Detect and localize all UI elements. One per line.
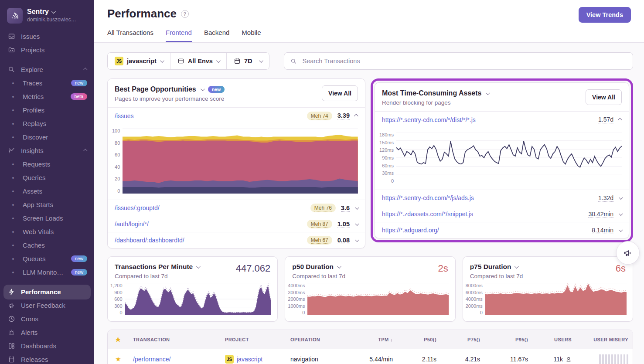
chevron-down-icon[interactable]	[355, 238, 359, 242]
axis-tick: 6000ms	[466, 290, 483, 295]
asset-link[interactable]: https://*.zdassets.com/*/snippet.js	[382, 211, 473, 218]
project-link[interactable]: javascript	[237, 356, 262, 363]
sidebar-item-performance[interactable]: Performance	[0, 285, 94, 299]
page-link[interactable]: /issues/:groupId/	[115, 204, 160, 211]
bullet-icon: •	[9, 228, 17, 235]
axis-tick: 4000ms	[288, 283, 305, 288]
axis-tick: 8000ms	[466, 283, 483, 288]
sidebar-item-discover[interactable]: • Discover	[0, 130, 94, 144]
sidebar-item-metrics[interactable]: • Metrics beta	[0, 90, 94, 103]
chevron-down-icon[interactable]	[619, 211, 623, 216]
asset-row[interactable]: https://*.adguard.org/ 8.14min	[375, 222, 629, 238]
p50-title-dropdown[interactable]: p50 Duration	[292, 263, 345, 271]
asset-link[interactable]: https://*.sentry-cdn.com/*/dist/*/*.js	[382, 116, 476, 123]
tab-backend[interactable]: Backend	[204, 29, 229, 42]
star-column-header[interactable]: ★	[108, 336, 129, 344]
chevron-down-icon[interactable]	[355, 221, 359, 226]
sidebar-item-alerts[interactable]: Alerts	[0, 326, 94, 339]
opportunities-view-all-button[interactable]: View All	[322, 85, 358, 101]
asset-link[interactable]: https://*.sentry-cdn.com/*/js/ads.js	[382, 194, 474, 201]
p75-duration-card: p75 Duration Compared to last 7d 6s 8000…	[463, 256, 633, 322]
sidebar-item-releases[interactable]: Releases	[0, 353, 94, 364]
opportunity-row[interactable]: /dashboard/:dashboardId/ Meh 67 0.08	[108, 232, 365, 248]
column-header-transaction[interactable]: TRANSACTION	[129, 337, 221, 342]
card-subtitle: Compared to last 7d	[115, 273, 199, 279]
chevron-down-icon[interactable]	[619, 228, 623, 232]
transaction-link[interactable]: /performance/	[133, 356, 170, 363]
sidebar-item-issues[interactable]: Issues	[0, 30, 94, 43]
sidebar-item-crons[interactable]: Crons	[0, 312, 94, 326]
column-header-users[interactable]: USERS	[532, 337, 576, 342]
sidebar-item-requests[interactable]: • Requests	[0, 157, 94, 171]
sidebar-item-projects[interactable]: Projects	[0, 43, 94, 57]
most-time-consuming-assets-card: Most Time-Consuming Assets Render blocki…	[375, 82, 629, 238]
chevron-down-icon[interactable]	[355, 205, 359, 210]
sidebar-item-label: Queues	[23, 255, 66, 262]
column-header-tpm[interactable]: TPM ↓	[345, 337, 397, 342]
sidebar-item-label: Profiles	[23, 106, 87, 114]
view-trends-button[interactable]: View Trends	[579, 7, 631, 23]
column-header-p50[interactable]: P50()	[397, 337, 441, 342]
search-input[interactable]	[301, 57, 627, 65]
sidebar-item-queues[interactable]: • Queues new	[0, 252, 94, 265]
sidebar-item-assets[interactable]: • Assets	[0, 184, 94, 198]
star-icon[interactable]: ★	[108, 355, 129, 363]
sidebar-item-replays[interactable]: • Replays	[0, 117, 94, 130]
column-header-user-misery[interactable]: USER MISERY	[576, 337, 633, 342]
chart-line-icon	[7, 147, 16, 154]
asset-row[interactable]: https://*.zdassets.com/*/snippet.js 30.4…	[375, 206, 629, 222]
sidebar-item-web-vitals[interactable]: • Web Vitals	[0, 225, 94, 238]
sidebar-item-dashboards[interactable]: Dashboards	[0, 339, 94, 353]
misery-bar	[605, 354, 607, 364]
megaphone-icon	[623, 248, 633, 258]
highlighted-region: Most Time-Consuming Assets Render blocki…	[371, 78, 633, 242]
siren-icon	[7, 329, 16, 336]
sidebar-item-caches[interactable]: • Caches	[0, 238, 94, 252]
project-filter[interactable]: JS javascript	[108, 53, 170, 69]
page-link[interactable]: /dashboard/:dashboardId/	[115, 237, 184, 244]
sidebar-item-app-starts[interactable]: • App Starts	[0, 198, 94, 211]
sidebar-item-llm-monitoring[interactable]: • LLM Monito… new	[0, 265, 94, 279]
chevron-up-icon[interactable]	[354, 114, 358, 118]
opportunity-row[interactable]: /auth/login/*/ Meh 87 1.05	[108, 216, 365, 232]
environment-filter[interactable]: All Envs	[170, 53, 226, 69]
asset-link[interactable]: https://*.adguard.org/	[382, 227, 439, 234]
tpm-title-dropdown[interactable]: Transactions Per Minute	[115, 263, 199, 271]
sidebar-item-user-feedback[interactable]: User Feedback	[0, 299, 94, 312]
sidebar-item-screen-loads[interactable]: • Screen Loads	[0, 211, 94, 225]
sidebar-item-traces[interactable]: • Traces new	[0, 76, 94, 90]
user-icon	[566, 356, 572, 362]
page-link[interactable]: /auth/login/*/	[115, 221, 149, 228]
asset-row[interactable]: https://*.sentry-cdn.com/*/dist/*/*.js 1…	[375, 112, 629, 128]
date-range-filter[interactable]: 7D	[226, 53, 269, 69]
javascript-platform-icon: JS	[225, 355, 234, 364]
asset-row[interactable]: https://*.sentry-cdn.com/*/js/ads.js 1.3…	[375, 190, 629, 206]
chevron-up-icon[interactable]	[618, 118, 622, 122]
opportunity-row[interactable]: /issues/:groupId/ Meh 76 3.6	[108, 200, 365, 216]
feedback-fab-button[interactable]	[616, 241, 640, 265]
sidebar-section-explore[interactable]: Explore	[0, 63, 94, 76]
project-filter-value: javascript	[127, 58, 157, 65]
column-header-p95[interactable]: P95()	[484, 337, 532, 342]
org-switcher[interactable]: Sentry dominik.buszowiec…	[0, 6, 94, 30]
column-header-project[interactable]: PROJECT	[221, 337, 286, 342]
opportunities-title-dropdown[interactable]: Best Page Opportunities new	[115, 85, 225, 93]
axis-tick: 0	[480, 310, 483, 315]
sidebar-section-insights[interactable]: Insights	[0, 144, 94, 157]
assets-view-all-button[interactable]: View All	[586, 89, 622, 105]
chevron-down-icon[interactable]	[619, 195, 623, 200]
column-header-p75[interactable]: P75()	[441, 337, 484, 342]
axis-tick: 300	[114, 303, 122, 309]
p75-title-dropdown[interactable]: p75 Duration	[470, 263, 523, 271]
tab-mobile[interactable]: Mobile	[242, 29, 261, 42]
tab-all-transactions[interactable]: All Transactions	[107, 29, 153, 42]
page-link[interactable]: /issues	[115, 112, 134, 119]
assets-title-dropdown[interactable]: Most Time-Consuming Assets	[382, 89, 489, 97]
sidebar-item-profiles[interactable]: • Profiles	[0, 103, 94, 117]
sidebar-item-queries[interactable]: • Queries	[0, 171, 94, 184]
tab-frontend[interactable]: Frontend	[166, 29, 192, 42]
opportunity-row[interactable]: /issues Meh 74 3.39	[108, 108, 365, 124]
column-header-operation[interactable]: OPERATION	[286, 337, 345, 342]
table-row[interactable]: ★ /performance/ JS javascript navigation…	[108, 349, 633, 364]
help-icon[interactable]: ?	[181, 10, 189, 18]
